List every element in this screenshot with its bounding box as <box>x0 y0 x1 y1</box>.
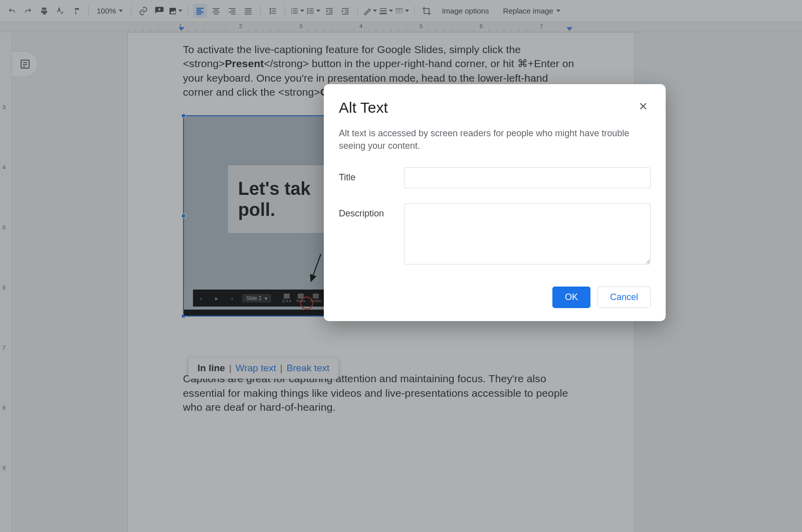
description-label: Description <box>339 203 404 219</box>
dialog-description: Alt text is accessed by screen readers f… <box>339 127 651 152</box>
cancel-button[interactable]: Cancel <box>597 287 651 308</box>
dialog-title: Alt Text <box>339 99 388 116</box>
close-icon[interactable]: ✕ <box>636 99 651 114</box>
alt-text-dialog: Alt Text ✕ Alt text is accessed by scree… <box>324 84 666 321</box>
title-input[interactable] <box>404 167 651 188</box>
description-textarea[interactable] <box>404 203 651 264</box>
ok-button[interactable]: OK <box>552 287 590 308</box>
title-label: Title <box>339 167 404 183</box>
